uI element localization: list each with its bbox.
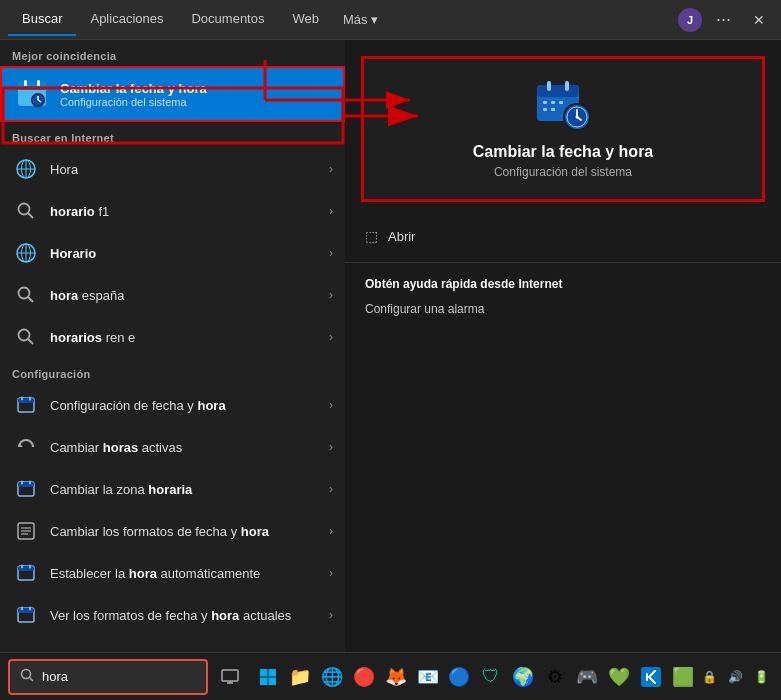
settings-icon-3	[12, 517, 40, 545]
chevron-icon: ›	[329, 162, 333, 176]
list-item-hora[interactable]: Hora ›	[0, 148, 345, 190]
taskbar-icon-edge[interactable]: 🌐	[318, 661, 346, 693]
best-match-title: Cambiar la fecha y hora	[60, 81, 207, 96]
list-item-ver-formatos[interactable]: Ver los formatos de fecha y hora actuale…	[0, 594, 345, 636]
taskbar-icon-earth[interactable]: 🌍	[509, 661, 537, 693]
tab-more[interactable]: Más ▾	[333, 4, 388, 35]
left-panel: Mejor coincidencia Cambiar la	[0, 40, 345, 652]
svg-rect-1	[18, 82, 46, 90]
list-item-establecer-hora[interactable]: Establecer la hora automáticamente ›	[0, 552, 345, 594]
best-match-label: Mejor coincidencia	[0, 40, 345, 66]
taskbar-icon-explorer[interactable]: 📁	[286, 661, 314, 693]
taskbar-area: 📁 🌐 🔴 🦊 📧 🔵 🛡 🌍 ⚙ 🎮 💚 🟩	[246, 661, 697, 693]
taskbar-icon-windows[interactable]	[254, 661, 282, 693]
establecer-hora-label: Establecer la hora automáticamente	[50, 566, 260, 581]
hero-subtitle: Configuración del sistema	[494, 165, 632, 179]
bottom-bar: hora 📁 🌐 🔴 🦊	[0, 652, 781, 700]
svg-rect-66	[260, 669, 268, 677]
svg-rect-70	[641, 667, 661, 687]
pc-icon[interactable]	[214, 661, 246, 693]
close-button[interactable]: ✕	[745, 10, 773, 30]
list-item-formatos[interactable]: Cambiar los formatos de fecha y hora ›	[0, 510, 345, 552]
tab-buscar[interactable]: Buscar	[8, 3, 76, 36]
ver-formatos-label: Ver los formatos de fecha y hora actuale…	[50, 608, 291, 623]
best-match-subtitle: Configuración del sistema	[60, 96, 207, 108]
chevron-icon-7: ›	[329, 440, 333, 454]
svg-point-20	[19, 330, 30, 341]
tab-aplicaciones[interactable]: Aplicaciones	[76, 3, 177, 36]
help-item-alarma[interactable]: Configurar una alarma	[365, 299, 761, 319]
best-match-text: Cambiar la fecha y hora Configuración de…	[60, 81, 207, 108]
avatar[interactable]: J	[678, 8, 702, 32]
chevron-icon-10: ›	[329, 566, 333, 580]
hero-title: Cambiar la fecha y hora	[473, 143, 654, 161]
search-icon-bottom	[20, 668, 34, 685]
chevron-icon-6: ›	[329, 398, 333, 412]
top-nav: Buscar Aplicaciones Documentos Web Más ▾…	[0, 0, 781, 40]
chevron-icon-8: ›	[329, 482, 333, 496]
search-box[interactable]: hora	[8, 659, 208, 695]
list-item-config-fecha-hora[interactable]: Configuración de fecha y hora ›	[0, 384, 345, 426]
tab-web[interactable]: Web	[278, 3, 333, 36]
taskbar-icon-vscode[interactable]	[637, 661, 665, 693]
taskbar-icon-settings[interactable]: ⚙	[541, 661, 569, 693]
chevron-icon-11: ›	[329, 608, 333, 622]
search-icon-2	[12, 281, 40, 309]
svg-line-21	[28, 339, 33, 344]
tray-network[interactable]: 🔒	[697, 665, 721, 689]
globe-icon	[12, 155, 40, 183]
tray-icons: 🔒 🔊 🔋	[697, 665, 773, 689]
list-item-horario-f1[interactable]: horario f1 ›	[0, 190, 345, 232]
calendar-settings-icon	[14, 76, 50, 112]
internet-label: Buscar en Internet	[0, 122, 345, 148]
tab-documentos[interactable]: Documentos	[177, 3, 278, 36]
taskbar-icon-firefox[interactable]: 🦊	[382, 661, 410, 693]
search-value: hora	[42, 669, 68, 684]
chevron-icon-5: ›	[329, 330, 333, 344]
taskbar-icon-green[interactable]: 💚	[605, 661, 633, 693]
right-actions: ⬚ Abrir	[345, 210, 781, 263]
svg-rect-24	[21, 397, 23, 401]
tray-battery[interactable]: 🔋	[749, 665, 773, 689]
best-match-item[interactable]: Cambiar la fecha y hora Configuración de…	[0, 66, 345, 122]
svg-line-62	[30, 678, 34, 682]
svg-rect-68	[260, 677, 268, 685]
taskbar-icon-green2[interactable]: 🟩	[669, 661, 697, 693]
svg-rect-44	[537, 85, 579, 97]
taskbar-icon-blue[interactable]: 🔵	[446, 661, 474, 693]
taskbar-icon-game[interactable]: 🎮	[573, 661, 601, 693]
tray-volume[interactable]: 🔊	[723, 665, 747, 689]
svg-point-12	[19, 204, 30, 215]
hora-espana-label: hora españa	[50, 288, 124, 303]
svg-rect-51	[551, 108, 555, 111]
svg-rect-50	[543, 108, 547, 111]
taskbar-icon-shield[interactable]: 🛡	[477, 661, 505, 693]
svg-rect-3	[37, 80, 40, 86]
svg-rect-23	[18, 398, 34, 403]
zona-horaria-label: Cambiar la zona horaria	[50, 482, 192, 497]
svg-point-57	[576, 116, 579, 119]
svg-rect-28	[18, 482, 34, 487]
svg-line-13	[28, 213, 33, 218]
svg-rect-46	[565, 81, 569, 91]
taskbar-icon-opera[interactable]: 🔴	[350, 661, 378, 693]
list-item-horario[interactable]: Horario ›	[0, 232, 345, 274]
cambiar-horas-label: Cambiar horas activas	[50, 440, 182, 455]
list-item-hora-espana[interactable]: hora españa ›	[0, 274, 345, 316]
svg-rect-36	[18, 566, 34, 571]
svg-rect-67	[268, 669, 276, 677]
taskbar-icon-mail[interactable]: 📧	[414, 661, 442, 693]
more-options-button[interactable]: ···	[710, 7, 737, 32]
list-item-zona-horaria[interactable]: Cambiar la zona horaria ›	[0, 468, 345, 510]
refresh-icon	[12, 433, 40, 461]
svg-rect-41	[21, 607, 23, 611]
horarios-rene-label: horarios ren e	[50, 330, 135, 345]
open-action[interactable]: ⬚ Abrir	[365, 222, 761, 250]
svg-line-19	[28, 297, 33, 302]
list-item-cambiar-horas[interactable]: Cambiar horas activas ›	[0, 426, 345, 468]
svg-rect-69	[268, 677, 276, 685]
horario-label: Horario	[50, 246, 96, 261]
list-item-horarios-rene[interactable]: horarios ren e ›	[0, 316, 345, 358]
settings-icon-5	[12, 601, 40, 629]
svg-rect-47	[543, 101, 547, 104]
